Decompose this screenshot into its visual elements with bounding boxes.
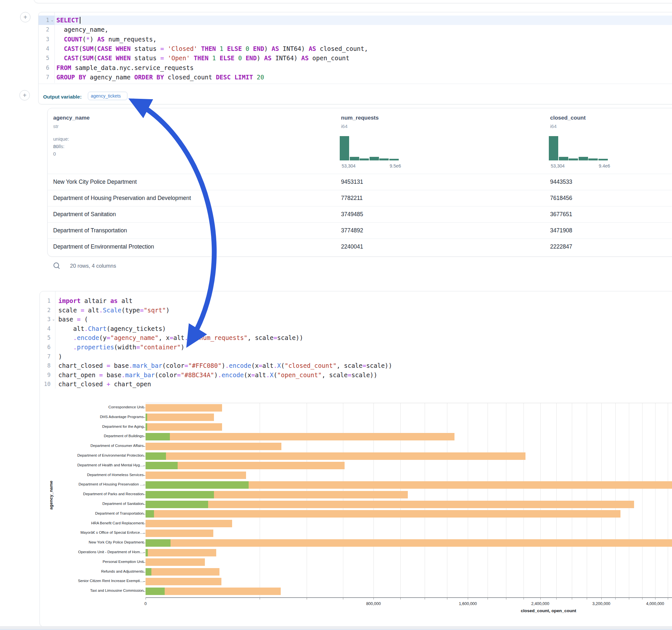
- x-axis-tick: [487, 598, 488, 600]
- gridline: [307, 403, 307, 597]
- line-number: 6: [36, 63, 49, 73]
- gridline: [400, 403, 401, 597]
- table-row-count: 20 rows, 4 columns: [70, 263, 116, 269]
- x-axis-tick: [572, 598, 572, 600]
- histogram-bar: [350, 157, 360, 161]
- x-axis-line: [146, 597, 672, 598]
- y-axis-tick: [143, 456, 145, 456]
- y-axis-label: Department of Housing Preservation …: [46, 482, 144, 486]
- open-count-bar: [146, 539, 170, 547]
- open-count-bar: [146, 481, 249, 489]
- x-axis-tick: [146, 598, 146, 600]
- line-number: 9: [38, 370, 51, 380]
- y-axis-label: Department of Consumer Affairs: [46, 444, 144, 447]
- notebook-page: { "sql_cell": { "output_variable_label":…: [0, 0, 672, 630]
- histogram-bar: [598, 159, 608, 161]
- sql-cell-footer-divider: [39, 83, 672, 84]
- row-separator: [48, 222, 672, 223]
- output-variable-label: Output variable:: [43, 94, 82, 100]
- gutter-divider: [54, 12, 55, 83]
- gridline: [506, 403, 506, 597]
- histogram-bar: [579, 157, 589, 161]
- gridline: [587, 403, 587, 597]
- y-axis-label: Operations Unit - Department of Hom…: [46, 550, 144, 554]
- row-separator: [48, 174, 672, 174]
- code-line: chart_closed = base.mark_bar(color="#FFC…: [58, 361, 392, 370]
- column-header[interactable]: agency_name: [53, 115, 90, 121]
- line-number: 4: [38, 324, 51, 334]
- x-axis-tick: [655, 598, 655, 600]
- x-axis-tick: [601, 598, 602, 600]
- code-line: scale = alt.Scale(type="sqrt"): [58, 306, 170, 315]
- line-number: 3: [38, 315, 51, 324]
- gridline: [260, 403, 260, 597]
- x-axis-tick: [556, 598, 557, 600]
- y-axis-label: Department of Parks and Recreation: [46, 492, 144, 496]
- x-axis-tick: [629, 598, 629, 600]
- line-number: 1: [38, 296, 51, 306]
- gridline: [629, 403, 629, 597]
- closed-count-bar: [146, 413, 214, 421]
- y-axis-label: Department of Homeless Services: [46, 473, 144, 477]
- x-axis-tick: [587, 598, 587, 600]
- y-axis-label: Refunds and Adjustments: [46, 570, 144, 573]
- gutter-divider: [55, 291, 55, 389]
- closed-count-bar: [146, 471, 246, 479]
- x-axis-tick: [615, 598, 616, 600]
- gridline: [487, 403, 488, 597]
- code-line: FROM sample_data.nyc.service_requests: [56, 63, 194, 73]
- x-axis-tick: [506, 598, 506, 600]
- row-separator: [48, 239, 672, 239]
- column-header[interactable]: closed_count: [550, 115, 586, 121]
- y-axis-tick: [143, 514, 145, 514]
- closed-count-bar: [146, 433, 455, 440]
- histogram-bar: [340, 136, 350, 161]
- fold-caret-icon[interactable]: ⌄: [51, 18, 54, 22]
- line-number: 5: [36, 53, 49, 63]
- column-header[interactable]: num_requests: [341, 115, 379, 121]
- open-count-bar: [146, 491, 214, 499]
- closed-count-bar: [146, 404, 222, 412]
- open-count-bar: [146, 433, 170, 440]
- gridline: [556, 403, 557, 597]
- line-number: 5: [38, 333, 51, 343]
- x-axis-tick: [447, 598, 447, 600]
- previous-cell-edge: [34, 0, 672, 3]
- y-axis-tick: [143, 533, 145, 533]
- x-axis-tick-label: 1,600,000: [459, 602, 477, 606]
- y-axis-tick: [143, 591, 145, 591]
- code-line: agency_name,: [56, 25, 108, 34]
- x-axis-tick: [374, 598, 374, 600]
- line-number: 1: [36, 16, 49, 25]
- closed-count-bar: [146, 453, 526, 460]
- cell-agency-name: Department of Housing Preservation and D…: [53, 195, 191, 201]
- x-axis-tick-label: 0: [145, 602, 147, 606]
- x-axis-tick: [468, 598, 468, 600]
- y-axis-tick: [143, 417, 145, 418]
- histogram-min-label: 53,304: [551, 163, 565, 169]
- y-axis-label: Taxi and Limousine Commission: [46, 588, 144, 592]
- cell-closed-count: 3677651: [550, 211, 572, 218]
- add-cell-button-middle[interactable]: +: [20, 90, 30, 100]
- y-axis-tick: [143, 494, 145, 495]
- output-variable-pill[interactable]: agency_tickets: [88, 92, 127, 100]
- y-axis-label: Department of Health and Mental Hyg…: [46, 463, 144, 467]
- y-axis-label: Mayorâ€ s Office of Special Enforce…: [46, 531, 144, 534]
- add-cell-button-top[interactable]: +: [20, 12, 30, 22]
- y-axis-tick: [143, 572, 145, 572]
- code-line: CAST(SUM(CASE WHEN status = 'Closed' THE…: [56, 44, 368, 53]
- column-type: i64: [341, 123, 347, 129]
- x-axis-tick: [343, 598, 343, 600]
- line-number: 7: [38, 352, 51, 361]
- gridline: [541, 403, 541, 597]
- gridline: [425, 403, 425, 597]
- closed-count-bar: [146, 530, 213, 537]
- closed-count-bar: [146, 443, 281, 450]
- fold-caret-icon[interactable]: ⌄: [52, 317, 55, 321]
- y-axis-tick: [143, 485, 145, 485]
- open-count-bar: [146, 587, 165, 595]
- histogram-bar: [569, 159, 578, 161]
- code-line: import altair as alt: [58, 296, 133, 306]
- code-line: GROUP BY agency_name ORDER BY closed_cou…: [56, 73, 264, 82]
- column-type: str: [53, 123, 59, 129]
